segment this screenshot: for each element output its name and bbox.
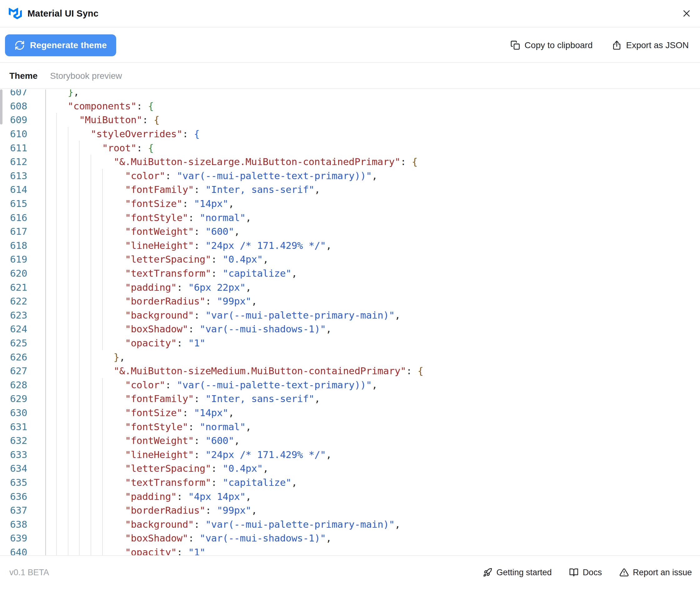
code-line: 618 "lineHeight": "24px /* 171.429% */",	[0, 238, 700, 253]
code-text: "fontFamily": "Inter, sans-serif",	[45, 184, 320, 195]
mui-logo-icon	[9, 7, 22, 19]
close-button[interactable]	[682, 9, 691, 18]
code-text: "boxShadow": "var(--mui-shadows-1)",	[45, 533, 331, 544]
export-as-json-button[interactable]: Export as JSON	[612, 40, 689, 50]
code-line: 619 "letterSpacing": "0.4px",	[0, 252, 700, 266]
vertical-scrollbar-thumb[interactable]	[0, 89, 2, 125]
regenerate-theme-button[interactable]: Regenerate theme	[5, 34, 116, 56]
refresh-icon	[14, 40, 25, 51]
code-line: 611 "root": {	[0, 141, 700, 155]
tab-bar: Theme Storybook preview	[0, 63, 700, 89]
line-number: 627	[0, 365, 45, 376]
line-number: 610	[0, 128, 45, 140]
export-icon	[612, 40, 622, 50]
code-line: 639 "boxShadow": "var(--mui-shadows-1)",	[0, 531, 700, 545]
code-text: "textTransform": "capitalize",	[45, 267, 297, 279]
code-lines: 607 },608 "components": {609 "MuiButton"…	[0, 89, 700, 555]
line-number: 613	[0, 170, 45, 181]
code-text: "fontStyle": "normal",	[45, 212, 251, 223]
line-number: 631	[0, 421, 45, 432]
line-number: 630	[0, 407, 45, 418]
code-text: },	[45, 89, 79, 97]
rocket-icon	[483, 568, 492, 577]
line-number: 608	[0, 101, 45, 112]
code-line: 633 "lineHeight": "24px /* 171.429% */",	[0, 447, 700, 461]
warning-icon	[619, 568, 629, 577]
docs-link[interactable]: Docs	[569, 568, 602, 577]
code-line: 624 "boxShadow": "var(--mui-shadows-1)",	[0, 322, 700, 336]
code-line: 615 "fontSize": "14px",	[0, 197, 700, 211]
line-number: 621	[0, 282, 45, 293]
line-number: 628	[0, 379, 45, 390]
code-line: 620 "textTransform": "capitalize",	[0, 266, 700, 280]
code-line: 632 "fontWeight": "600",	[0, 434, 700, 448]
code-text: "fontFamily": "Inter, sans-serif",	[45, 393, 320, 404]
line-number: 617	[0, 226, 45, 237]
code-line: 638 "background": "var(--mui-palette-pri…	[0, 517, 700, 531]
code-line: 613 "color": "var(--mui-palette-text-pri…	[0, 169, 700, 183]
line-number: 607	[0, 89, 45, 97]
copy-icon	[510, 40, 520, 50]
line-number: 634	[0, 463, 45, 474]
code-text: "fontSize": "14px",	[45, 198, 234, 209]
line-number: 609	[0, 114, 45, 125]
code-line: 627 "&.MuiButton-sizeMedium.MuiButton-co…	[0, 364, 700, 378]
code-line: 636 "padding": "4px 14px",	[0, 489, 700, 503]
code-line: 635 "textTransform": "capitalize",	[0, 475, 700, 489]
code-line: 625 "opacity": "1"	[0, 336, 700, 350]
code-text: "background": "var(--mui-palette-primary…	[45, 519, 400, 530]
code-text: "&.MuiButton-sizeMedium.MuiButton-contai…	[45, 365, 423, 376]
getting-started-label: Getting started	[496, 568, 552, 577]
tab-storybook-preview[interactable]: Storybook preview	[50, 71, 122, 81]
code-text: "styleOverrides": {	[45, 128, 200, 140]
code-text: "borderRadius": "99px",	[45, 505, 257, 516]
code-text: },	[45, 351, 125, 363]
code-line: 637 "borderRadius": "99px",	[0, 503, 700, 518]
code-text: "fontWeight": "600",	[45, 226, 240, 237]
code-line: 612 "&.MuiButton-sizeLarge.MuiButton-con…	[0, 155, 700, 169]
export-as-json-label: Export as JSON	[626, 40, 689, 50]
code-text: "&.MuiButton-sizeLarge.MuiButton-contain…	[45, 156, 418, 167]
code-line: 631 "fontStyle": "normal",	[0, 420, 700, 434]
line-number: 614	[0, 184, 45, 195]
docs-label: Docs	[583, 568, 602, 577]
code-line: 630 "fontSize": "14px",	[0, 406, 700, 420]
code-text: "letterSpacing": "0.4px",	[45, 253, 269, 265]
code-line: 621 "padding": "6px 22px",	[0, 280, 700, 294]
code-line: 617 "fontWeight": "600",	[0, 224, 700, 238]
close-icon	[682, 9, 691, 18]
theme-json-editor[interactable]: 607 },608 "components": {609 "MuiButton"…	[0, 89, 700, 555]
code-text: "opacity": "1"	[45, 337, 205, 349]
line-number: 636	[0, 491, 45, 502]
code-text: "borderRadius": "99px",	[45, 296, 257, 307]
code-line: 634 "letterSpacing": "0.4px",	[0, 461, 700, 475]
line-number: 629	[0, 393, 45, 404]
getting-started-link[interactable]: Getting started	[483, 568, 552, 577]
plugin-header: Material UI Sync	[0, 0, 700, 27]
code-line: 626 },	[0, 350, 700, 364]
report-an-issue-label: Report an issue	[633, 568, 692, 577]
page-title: Material UI Sync	[27, 8, 98, 19]
line-number: 632	[0, 435, 45, 446]
line-number: 635	[0, 477, 45, 488]
code-line: 628 "color": "var(--mui-palette-text-pri…	[0, 378, 700, 392]
line-number: 615	[0, 198, 45, 209]
code-line: 640 "opacity": "1"	[0, 545, 700, 555]
code-text: "opacity": "1"	[45, 547, 205, 555]
line-number: 626	[0, 351, 45, 363]
line-number: 640	[0, 547, 45, 555]
code-line: 614 "fontFamily": "Inter, sans-serif",	[0, 183, 700, 197]
code-text: "color": "var(--mui-palette-text-primary…	[45, 170, 377, 181]
report-an-issue-link[interactable]: Report an issue	[619, 568, 692, 577]
line-number: 616	[0, 212, 45, 223]
code-text: "fontSize": "14px",	[45, 407, 234, 418]
tab-theme[interactable]: Theme	[9, 71, 37, 81]
toolbar: Regenerate theme Copy to clipboard Expor…	[0, 28, 700, 63]
code-text: "fontStyle": "normal",	[45, 421, 251, 432]
code-line: 607 },	[0, 89, 700, 99]
line-number: 633	[0, 449, 45, 460]
code-text: "boxShadow": "var(--mui-shadows-1)",	[45, 323, 331, 335]
copy-to-clipboard-button[interactable]: Copy to clipboard	[510, 40, 593, 50]
line-number: 612	[0, 156, 45, 167]
line-number: 624	[0, 323, 45, 335]
